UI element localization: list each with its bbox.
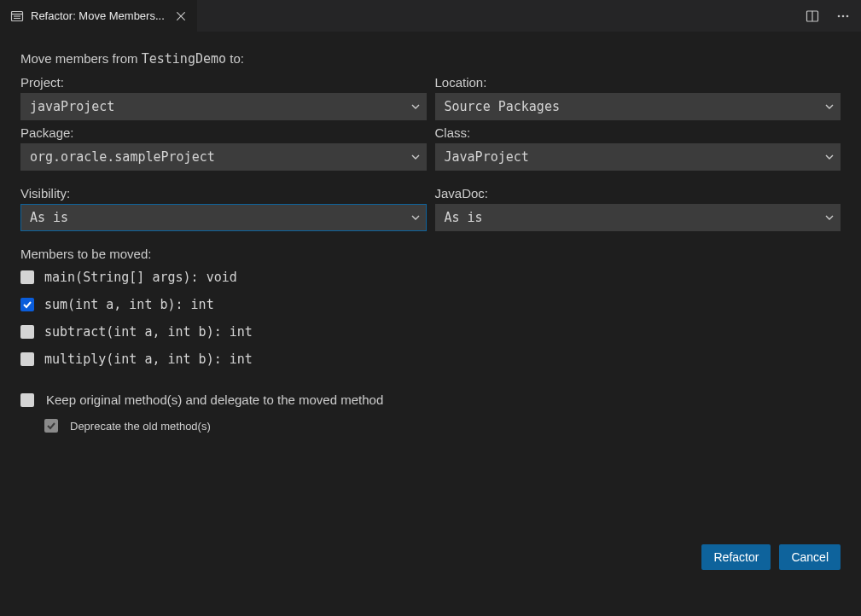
field-package: Package: org.oracle.sampleProject [20, 125, 427, 171]
package-value: org.oracle.sampleProject [30, 149, 215, 165]
cancel-button[interactable]: Cancel [779, 544, 841, 570]
checkbox[interactable] [20, 325, 34, 339]
field-location: Location: Source Packages [435, 75, 841, 120]
member-main[interactable]: main(String[] args): void [20, 270, 841, 285]
member-label: multiply(int a, int b): int [44, 352, 253, 367]
intro-suffix: to: [226, 51, 244, 66]
chevron-down-icon [410, 102, 421, 112]
dialog-content: Move members from TestingDemo to: Projec… [0, 32, 861, 616]
location-value: Source Packages [445, 99, 560, 114]
tab-refactor-move-members[interactable]: Refactor: Move Members... [0, 0, 198, 32]
project-label: Project: [20, 75, 427, 90]
field-project: Project: javaProject [20, 75, 427, 120]
member-label: subtract(int a, int b): int [44, 324, 253, 340]
chevron-down-icon [824, 152, 835, 162]
javadoc-label: JavaDoc: [435, 186, 841, 200]
title-actions [794, 0, 861, 32]
option-keep-delegate[interactable]: Keep original method(s) and delegate to … [20, 392, 841, 407]
members-list: main(String[] args): void sum(int a, int… [20, 270, 841, 367]
chevron-down-icon [824, 102, 835, 112]
field-javadoc: JavaDoc: As is [435, 186, 841, 231]
more-actions-icon[interactable] [834, 7, 852, 26]
javadoc-value: As is [445, 210, 483, 225]
option-label: Keep original method(s) and delegate to … [46, 392, 383, 407]
class-value: JavaProject [445, 149, 529, 165]
svg-point-6 [838, 15, 841, 17]
svg-point-7 [842, 15, 845, 17]
field-visibility: Visibility: As is [20, 186, 427, 231]
chevron-down-icon [824, 212, 835, 223]
visibility-select[interactable]: As is [20, 204, 427, 231]
chevron-down-icon [410, 212, 421, 223]
field-class: Class: JavaProject [435, 125, 841, 171]
dialog-buttons: Refactor Cancel [701, 544, 841, 570]
source-class: TestingDemo [142, 51, 226, 67]
member-label: sum(int a, int b): int [44, 297, 214, 312]
checkbox [44, 419, 58, 433]
tabs: Refactor: Move Members... [0, 0, 198, 32]
checkbox[interactable] [20, 393, 34, 407]
member-subtract[interactable]: subtract(int a, int b): int [20, 324, 841, 340]
title-bar: Refactor: Move Members... [0, 0, 861, 32]
intro-prefix: Move members from [20, 51, 142, 66]
checkbox[interactable] [20, 352, 34, 366]
package-label: Package: [20, 125, 427, 140]
checkbox[interactable] [20, 270, 34, 284]
class-select[interactable]: JavaProject [435, 143, 841, 171]
tab-label: Refactor: Move Members... [31, 9, 165, 22]
location-label: Location: [435, 75, 841, 90]
location-select[interactable]: Source Packages [435, 93, 841, 120]
chevron-down-icon [410, 152, 421, 162]
refactor-button[interactable]: Refactor [701, 544, 771, 570]
split-editor-icon[interactable] [803, 7, 822, 26]
option-label: Deprecate the old method(s) [70, 420, 211, 433]
member-sum[interactable]: sum(int a, int b): int [20, 297, 841, 312]
checkbox[interactable] [20, 298, 34, 311]
package-select[interactable]: org.oracle.sampleProject [20, 143, 427, 171]
intro-text: Move members from TestingDemo to: [20, 51, 841, 67]
javadoc-select[interactable]: As is [435, 204, 841, 231]
preview-icon [10, 9, 24, 23]
member-multiply[interactable]: multiply(int a, int b): int [20, 352, 841, 367]
visibility-label: Visibility: [20, 186, 427, 200]
svg-point-8 [846, 15, 849, 17]
option-deprecate: Deprecate the old method(s) [44, 419, 841, 433]
class-label: Class: [435, 125, 841, 140]
close-icon[interactable] [175, 10, 187, 22]
members-header: Members to be moved: [20, 247, 841, 261]
project-select[interactable]: javaProject [20, 93, 427, 120]
project-value: javaProject [30, 99, 114, 114]
member-label: main(String[] args): void [44, 270, 237, 285]
visibility-value: As is [30, 210, 68, 225]
